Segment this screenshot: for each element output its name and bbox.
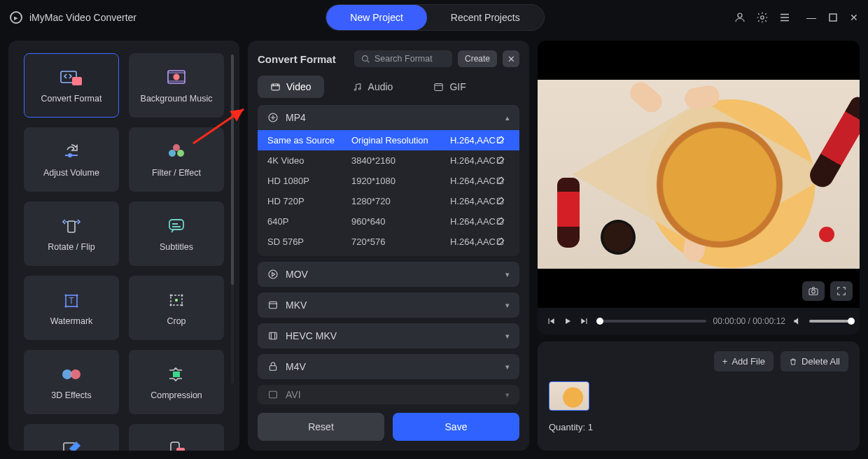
tab-new-project[interactable]: New Project — [326, 5, 426, 30]
fullscreen-icon[interactable] — [830, 281, 853, 301]
tool-rotate-flip[interactable]: Rotate / Flip — [24, 202, 119, 266]
preset-edit-icon[interactable] — [496, 156, 510, 166]
file-thumbnail[interactable] — [549, 381, 589, 411]
preset-row[interactable]: SD 480P 640*480 H.264,AAC — [258, 252, 519, 256]
format-group-avi[interactable]: AVI ▾ — [258, 385, 519, 404]
close-panel-button[interactable]: ✕ — [503, 50, 519, 67]
prev-icon[interactable] — [546, 316, 556, 326]
tool-label: Adjust Volume — [43, 168, 99, 178]
svg-point-35 — [358, 87, 360, 90]
save-button[interactable]: Save — [393, 413, 519, 441]
tool-watermark[interactable]: T Watermark — [24, 276, 119, 340]
tool-id3[interactable]: ID3 — [24, 424, 119, 451]
tab-audio[interactable]: Audio — [340, 76, 406, 98]
titlebar-right: — ✕ — [734, 11, 858, 24]
tool-crop[interactable]: Crop — [129, 276, 224, 340]
create-button[interactable]: Create — [458, 50, 497, 67]
preset-row[interactable]: Same as Source Original Resolution H.264… — [258, 130, 519, 150]
tool-filter-effect[interactable]: Filter / Effect — [129, 127, 224, 192]
next-icon[interactable] — [580, 316, 589, 326]
tool-subtitles[interactable]: Subtitles — [129, 202, 224, 266]
tab-video-label: Video — [286, 81, 312, 92]
tool-adjust-volume[interactable]: Adjust Volume — [24, 127, 119, 192]
svg-point-23 — [181, 295, 183, 297]
preset-name: SD 576P — [267, 236, 351, 247]
format-group-hevc-mkv-label: HEVC MKV — [286, 330, 337, 341]
app-title: iMyMac Video Converter — [29, 12, 136, 23]
svg-rect-49 — [270, 391, 277, 397]
reset-button[interactable]: Reset — [258, 413, 384, 441]
preset-edit-icon[interactable] — [496, 217, 510, 227]
svg-rect-47 — [270, 332, 277, 339]
tool-screenshot[interactable]: Screenshot — [129, 424, 224, 451]
play-icon[interactable] — [563, 316, 573, 326]
menu-icon[interactable] — [778, 11, 791, 24]
preset-codec: H.264,AAC — [434, 135, 496, 146]
delete-all-label: Delete All — [802, 356, 840, 367]
file-panel: + Add File Delete All Quantity: 1 — [538, 341, 860, 451]
preset-edit-icon[interactable] — [496, 176, 510, 186]
tool-icon — [61, 216, 82, 236]
tool-background-music[interactable]: Background Music — [129, 53, 224, 118]
format-group-m4v[interactable]: M4V ▾ — [258, 354, 519, 379]
preset-row[interactable]: SD 576P 720*576 H.264,AAC — [258, 232, 519, 252]
tools-scrollbar[interactable] — [231, 55, 234, 383]
preset-row[interactable]: 640P 960*640 H.264,AAC — [258, 211, 519, 232]
svg-point-18 — [65, 306, 67, 308]
tab-video[interactable]: Video — [258, 76, 324, 98]
delete-all-button[interactable]: Delete All — [780, 351, 848, 372]
tab-audio-label: Audio — [368, 81, 393, 92]
close-icon[interactable]: ✕ — [850, 12, 858, 23]
svg-point-26 — [62, 369, 72, 379]
progress-bar[interactable] — [596, 320, 706, 323]
preset-row[interactable]: 4K Video 3840*2160 H.264,AAC — [258, 150, 519, 171]
minimize-icon[interactable]: — — [806, 12, 816, 23]
chevron-down-icon: ▾ — [505, 270, 510, 279]
format-group-m4v-label: M4V — [286, 361, 306, 372]
camera-icon[interactable] — [802, 281, 825, 301]
plus-icon: + — [722, 356, 728, 367]
volume-icon[interactable] — [792, 316, 802, 326]
preset-row[interactable]: HD 1080P 1920*1080 H.264,AAC — [258, 171, 519, 191]
svg-point-51 — [812, 290, 816, 293]
chevron-up-icon: ▴ — [505, 113, 510, 122]
maximize-icon[interactable] — [829, 13, 837, 22]
tool-compression[interactable]: Compression — [129, 350, 224, 414]
video-viewport[interactable] — [538, 41, 860, 308]
search-input[interactable]: Search Format — [354, 50, 452, 67]
tool-icon: T — [62, 290, 81, 311]
preset-edit-icon[interactable] — [496, 197, 510, 206]
preset-name: 4K Video — [267, 155, 351, 166]
tool-icon — [167, 141, 186, 162]
convert-format-panel: Convert Format Search Format Create ✕ Vi… — [248, 41, 529, 451]
tool-icon — [60, 364, 83, 385]
tool-icon — [167, 438, 186, 451]
tool-icon — [167, 290, 186, 311]
search-placeholder: Search Format — [374, 54, 433, 64]
add-file-button[interactable]: + Add File — [714, 351, 774, 372]
format-group-mov[interactable]: MOV ▾ — [258, 262, 519, 287]
volume-slider[interactable] — [809, 320, 851, 323]
tool-label: Compression — [150, 390, 202, 400]
user-icon[interactable] — [734, 11, 746, 24]
tool-convert-format[interactable]: Convert Format — [24, 53, 119, 118]
chevron-down-icon: ▾ — [505, 301, 510, 310]
right-panel: 00:00:00 / 00:00:12 + Add File Delete Al… — [538, 41, 860, 451]
format-group-mp4[interactable]: MP4 ▴ — [258, 105, 519, 130]
svg-point-11 — [177, 150, 184, 157]
tab-recent-projects[interactable]: Recent Projects — [427, 5, 544, 30]
preset-edit-icon[interactable] — [496, 237, 510, 247]
tab-gif[interactable]: GIF — [421, 76, 478, 98]
format-group-hevc-mkv[interactable]: HEVC MKV ▾ — [258, 323, 519, 348]
svg-rect-12 — [68, 221, 75, 232]
tool-label: Convert Format — [41, 94, 102, 104]
format-group-mkv[interactable]: MKV ▾ — [258, 292, 519, 318]
tool-icon — [61, 438, 82, 451]
preset-edit-icon[interactable] — [496, 136, 510, 146]
format-group-mkv-label: MKV — [286, 299, 307, 311]
preset-row[interactable]: HD 720P 1280*720 H.264,AAC — [258, 191, 519, 211]
tool-icon — [167, 216, 186, 236]
gear-icon[interactable] — [756, 11, 769, 24]
tool-3d-effects[interactable]: 3D Effects — [24, 350, 119, 414]
tool-label: Filter / Effect — [152, 168, 201, 178]
